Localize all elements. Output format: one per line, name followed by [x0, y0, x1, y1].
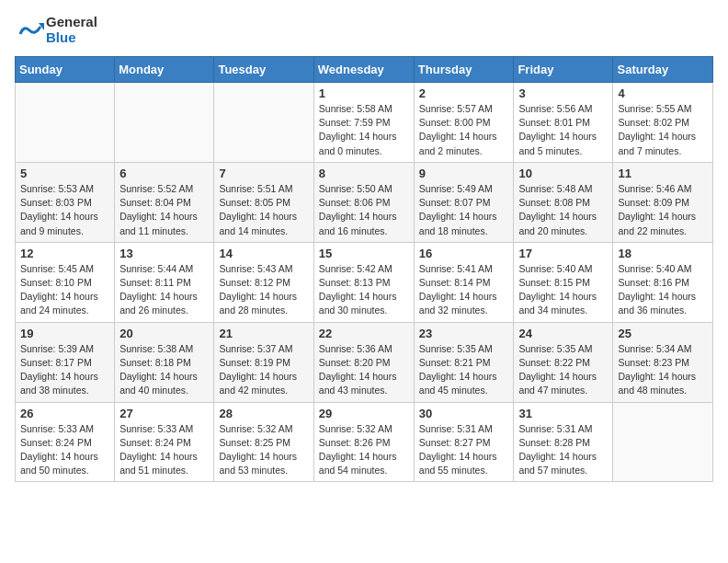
calendar-cell: 24Sunrise: 5:35 AM Sunset: 8:22 PM Dayli… — [514, 322, 613, 402]
calendar-header-tuesday: Tuesday — [214, 57, 313, 83]
calendar-header-row: SundayMondayTuesdayWednesdayThursdayFrid… — [16, 57, 713, 83]
calendar-cell: 13Sunrise: 5:44 AM Sunset: 8:11 PM Dayli… — [115, 242, 214, 322]
cell-content: Sunrise: 5:40 AM Sunset: 8:16 PM Dayligh… — [618, 262, 708, 318]
logo: General Blue — [15, 15, 97, 45]
cell-content: Sunrise: 5:33 AM Sunset: 8:24 PM Dayligh… — [20, 422, 109, 478]
calendar-cell: 3Sunrise: 5:56 AM Sunset: 8:01 PM Daylig… — [514, 83, 613, 163]
day-number: 16 — [419, 247, 509, 260]
day-number: 5 — [20, 167, 109, 180]
day-number: 19 — [20, 327, 109, 340]
day-number: 6 — [119, 167, 209, 180]
logo-blue-text: Blue — [46, 30, 97, 46]
calendar-week-2: 5Sunrise: 5:53 AM Sunset: 8:03 PM Daylig… — [16, 162, 713, 242]
cell-content: Sunrise: 5:42 AM Sunset: 8:13 PM Dayligh… — [319, 262, 409, 318]
calendar-cell: 6Sunrise: 5:52 AM Sunset: 8:04 PM Daylig… — [115, 162, 214, 242]
calendar-cell: 9Sunrise: 5:49 AM Sunset: 8:07 PM Daylig… — [414, 162, 514, 242]
cell-content: Sunrise: 5:36 AM Sunset: 8:20 PM Dayligh… — [319, 342, 409, 398]
cell-content: Sunrise: 5:49 AM Sunset: 8:07 PM Dayligh… — [419, 182, 509, 238]
day-number: 30 — [419, 407, 509, 420]
day-number: 11 — [618, 167, 708, 180]
logo-wave-icon — [15, 16, 44, 45]
cell-content: Sunrise: 5:40 AM Sunset: 8:15 PM Dayligh… — [518, 262, 608, 318]
day-number: 2 — [419, 86, 509, 100]
cell-content: Sunrise: 5:35 AM Sunset: 8:22 PM Dayligh… — [518, 342, 608, 398]
calendar-cell: 23Sunrise: 5:35 AM Sunset: 8:21 PM Dayli… — [414, 322, 514, 402]
calendar-header-sunday: Sunday — [16, 57, 115, 83]
cell-content: Sunrise: 5:41 AM Sunset: 8:14 PM Dayligh… — [419, 262, 509, 318]
day-number: 17 — [518, 247, 608, 260]
calendar-cell: 2Sunrise: 5:57 AM Sunset: 8:00 PM Daylig… — [414, 83, 514, 163]
cell-content: Sunrise: 5:53 AM Sunset: 8:03 PM Dayligh… — [20, 182, 109, 238]
cell-content: Sunrise: 5:32 AM Sunset: 8:25 PM Dayligh… — [219, 422, 308, 478]
day-number: 12 — [20, 247, 109, 260]
day-number: 14 — [219, 247, 308, 260]
header: General Blue — [15, 15, 713, 45]
cell-content: Sunrise: 5:43 AM Sunset: 8:12 PM Dayligh… — [219, 262, 308, 318]
calendar-cell: 27Sunrise: 5:33 AM Sunset: 8:24 PM Dayli… — [115, 402, 214, 482]
cell-content: Sunrise: 5:52 AM Sunset: 8:04 PM Dayligh… — [119, 182, 209, 238]
calendar-week-3: 12Sunrise: 5:45 AM Sunset: 8:10 PM Dayli… — [16, 242, 713, 322]
calendar-cell: 10Sunrise: 5:48 AM Sunset: 8:08 PM Dayli… — [514, 162, 613, 242]
day-number: 18 — [618, 247, 708, 260]
calendar-cell: 8Sunrise: 5:50 AM Sunset: 8:06 PM Daylig… — [313, 162, 414, 242]
day-number: 23 — [419, 327, 509, 340]
calendar-week-1: 1Sunrise: 5:58 AM Sunset: 7:59 PM Daylig… — [16, 83, 713, 163]
day-number: 10 — [518, 167, 608, 180]
cell-content: Sunrise: 5:38 AM Sunset: 8:18 PM Dayligh… — [119, 342, 209, 398]
calendar-cell: 28Sunrise: 5:32 AM Sunset: 8:25 PM Dayli… — [214, 402, 313, 482]
calendar-cell — [613, 402, 713, 482]
calendar-week-5: 26Sunrise: 5:33 AM Sunset: 8:24 PM Dayli… — [16, 402, 713, 482]
calendar-cell: 29Sunrise: 5:32 AM Sunset: 8:26 PM Dayli… — [313, 402, 414, 482]
calendar-cell — [214, 83, 313, 163]
cell-content: Sunrise: 5:32 AM Sunset: 8:26 PM Dayligh… — [319, 422, 409, 478]
cell-content: Sunrise: 5:50 AM Sunset: 8:06 PM Dayligh… — [319, 182, 409, 238]
day-number: 15 — [319, 247, 409, 260]
calendar-cell: 17Sunrise: 5:40 AM Sunset: 8:15 PM Dayli… — [514, 242, 613, 322]
cell-content: Sunrise: 5:44 AM Sunset: 8:11 PM Dayligh… — [119, 262, 209, 318]
day-number: 22 — [319, 327, 409, 340]
day-number: 20 — [119, 327, 209, 340]
day-number: 28 — [219, 407, 308, 420]
calendar-cell: 18Sunrise: 5:40 AM Sunset: 8:16 PM Dayli… — [613, 242, 713, 322]
calendar-cell: 15Sunrise: 5:42 AM Sunset: 8:13 PM Dayli… — [313, 242, 414, 322]
day-number: 4 — [618, 86, 708, 100]
day-number: 3 — [518, 86, 608, 100]
cell-content: Sunrise: 5:57 AM Sunset: 8:00 PM Dayligh… — [419, 102, 509, 158]
day-number: 31 — [518, 407, 608, 420]
day-number: 27 — [119, 407, 209, 420]
calendar-header-thursday: Thursday — [414, 57, 514, 83]
day-number: 8 — [319, 167, 409, 180]
calendar-cell: 14Sunrise: 5:43 AM Sunset: 8:12 PM Dayli… — [214, 242, 313, 322]
calendar-cell: 4Sunrise: 5:55 AM Sunset: 8:02 PM Daylig… — [613, 83, 713, 163]
calendar-week-4: 19Sunrise: 5:39 AM Sunset: 8:17 PM Dayli… — [16, 322, 713, 402]
calendar-cell: 5Sunrise: 5:53 AM Sunset: 8:03 PM Daylig… — [16, 162, 115, 242]
calendar-cell: 25Sunrise: 5:34 AM Sunset: 8:23 PM Dayli… — [613, 322, 713, 402]
cell-content: Sunrise: 5:33 AM Sunset: 8:24 PM Dayligh… — [119, 422, 209, 478]
calendar-cell: 21Sunrise: 5:37 AM Sunset: 8:19 PM Dayli… — [214, 322, 313, 402]
calendar-cell: 16Sunrise: 5:41 AM Sunset: 8:14 PM Dayli… — [414, 242, 514, 322]
cell-content: Sunrise: 5:51 AM Sunset: 8:05 PM Dayligh… — [219, 182, 308, 238]
day-number: 26 — [20, 407, 109, 420]
calendar-header-friday: Friday — [514, 57, 613, 83]
logo-general-text: General — [46, 15, 97, 30]
calendar-cell: 26Sunrise: 5:33 AM Sunset: 8:24 PM Dayli… — [16, 402, 115, 482]
cell-content: Sunrise: 5:35 AM Sunset: 8:21 PM Dayligh… — [419, 342, 509, 398]
calendar-cell: 1Sunrise: 5:58 AM Sunset: 7:59 PM Daylig… — [313, 83, 414, 163]
calendar-cell — [16, 83, 115, 163]
calendar-header-wednesday: Wednesday — [313, 57, 414, 83]
cell-content: Sunrise: 5:48 AM Sunset: 8:08 PM Dayligh… — [518, 182, 608, 238]
cell-content: Sunrise: 5:39 AM Sunset: 8:17 PM Dayligh… — [20, 342, 109, 398]
cell-content: Sunrise: 5:58 AM Sunset: 7:59 PM Dayligh… — [319, 102, 409, 158]
day-number: 9 — [419, 167, 509, 180]
calendar-cell: 11Sunrise: 5:46 AM Sunset: 8:09 PM Dayli… — [613, 162, 713, 242]
day-number: 1 — [319, 86, 409, 100]
day-number: 25 — [618, 327, 708, 340]
calendar-cell: 7Sunrise: 5:51 AM Sunset: 8:05 PM Daylig… — [214, 162, 313, 242]
calendar-cell: 30Sunrise: 5:31 AM Sunset: 8:27 PM Dayli… — [414, 402, 514, 482]
cell-content: Sunrise: 5:45 AM Sunset: 8:10 PM Dayligh… — [20, 262, 109, 318]
calendar-header-saturday: Saturday — [613, 57, 713, 83]
cell-content: Sunrise: 5:56 AM Sunset: 8:01 PM Dayligh… — [518, 102, 608, 158]
cell-content: Sunrise: 5:37 AM Sunset: 8:19 PM Dayligh… — [219, 342, 308, 398]
cell-content: Sunrise: 5:46 AM Sunset: 8:09 PM Dayligh… — [618, 182, 708, 238]
cell-content: Sunrise: 5:31 AM Sunset: 8:28 PM Dayligh… — [518, 422, 608, 478]
